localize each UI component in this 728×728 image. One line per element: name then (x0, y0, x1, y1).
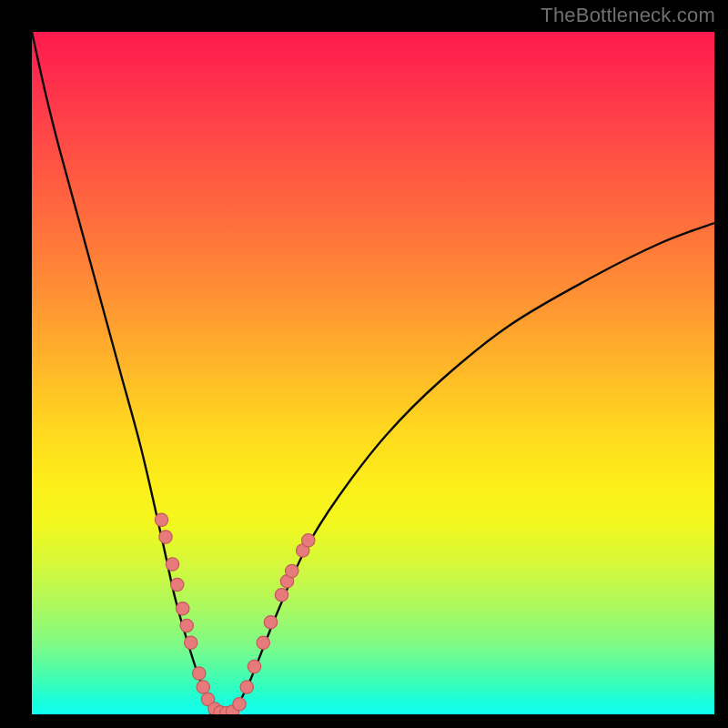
marker-dot (177, 602, 189, 615)
marker-dot (180, 619, 193, 632)
marker-dots-group (155, 513, 315, 714)
marker-dot (233, 698, 246, 711)
chart-frame: TheBottleneck.com (0, 0, 728, 728)
right-branch-curve (230, 223, 715, 714)
watermark-text: TheBottleneck.com (541, 4, 715, 27)
left-branch-curve (32, 32, 219, 714)
marker-dot (185, 636, 197, 649)
marker-dot (275, 589, 288, 602)
marker-dot (159, 531, 172, 543)
marker-dot (302, 534, 315, 547)
marker-dot (171, 578, 184, 591)
marker-dot (166, 558, 178, 571)
marker-dot (264, 616, 277, 629)
marker-dot (257, 636, 269, 649)
marker-dot (193, 667, 206, 680)
marker-dot (240, 681, 253, 693)
marker-dot (248, 660, 260, 672)
marker-dot (155, 513, 167, 526)
marker-dot (286, 564, 298, 577)
marker-dot (197, 681, 209, 693)
plot-area (32, 32, 714, 714)
chart-svg (32, 32, 714, 714)
